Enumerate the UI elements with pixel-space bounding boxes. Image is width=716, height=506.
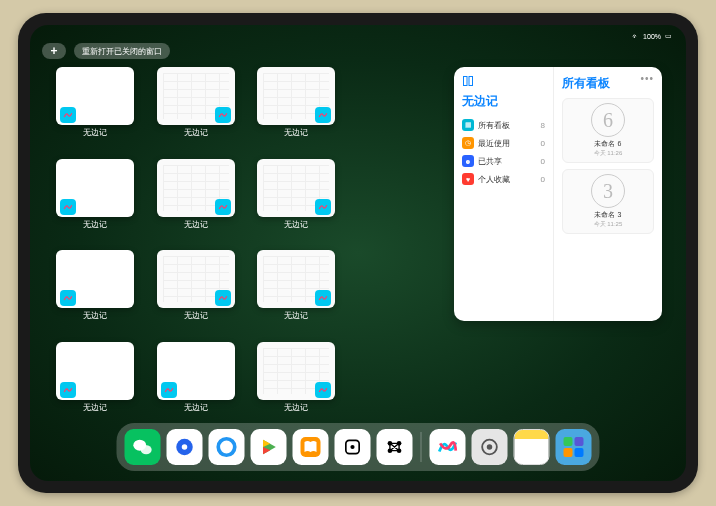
new-window-button[interactable]: + (42, 43, 66, 59)
freeform-app-icon (60, 382, 76, 398)
svg-point-15 (487, 444, 493, 450)
svg-rect-18 (564, 448, 573, 457)
thumbnail-preview (257, 250, 335, 308)
heart-icon: ♥ (462, 173, 474, 185)
freeform-app-icon (315, 290, 331, 306)
sidebar-item-count: 0 (540, 139, 544, 148)
reopen-closed-window-button[interactable]: 重新打开已关闭的窗口 (74, 43, 170, 59)
dock-app-hex[interactable] (377, 429, 413, 465)
window-thumbnail[interactable]: 无边记 (255, 159, 338, 239)
people-icon: ☻ (462, 155, 474, 167)
sidebar-item-grid[interactable]: ▦所有看板8 (462, 116, 545, 134)
thumbnail-preview (157, 159, 235, 217)
window-thumbnail[interactable]: 无边记 (155, 67, 238, 147)
sidebar-item-count: 0 (540, 157, 544, 166)
dock-app-notes[interactable] (514, 429, 550, 465)
freeform-app-icon (215, 107, 231, 123)
thumbnail-preview (56, 159, 134, 217)
dock-app-dice[interactable] (335, 429, 371, 465)
battery-icon: ▭ (665, 32, 672, 40)
sidebar-icon (462, 75, 474, 87)
sidebar-item-label: 个人收藏 (478, 174, 510, 185)
dock-app-settings[interactable] (472, 429, 508, 465)
board-name: 未命名 3 (594, 210, 621, 220)
board-card[interactable]: 6未命名 6今天 11:26 (562, 98, 654, 163)
dock-app-freeform[interactable] (430, 429, 466, 465)
dock-app-wechat[interactable] (125, 429, 161, 465)
dock-separator (421, 432, 422, 462)
thumbnail-label: 无边记 (284, 402, 308, 413)
clock-icon: ◷ (462, 137, 474, 149)
freeform-app-icon (60, 290, 76, 306)
freeform-app-icon (315, 199, 331, 215)
window-thumbnail[interactable]: 无边记 (54, 342, 137, 422)
dock-app-qblue[interactable] (167, 429, 203, 465)
sidebar-item-people[interactable]: ☻已共享0 (462, 152, 545, 170)
freeform-app-icon (60, 199, 76, 215)
freeform-app-icon (215, 290, 231, 306)
window-thumbnail[interactable]: 无边记 (255, 342, 338, 422)
board-time: 今天 11:26 (594, 149, 623, 158)
dock-app-books[interactable] (293, 429, 329, 465)
grid-icon: ▦ (462, 119, 474, 131)
sidebar-item-heart[interactable]: ♥个人收藏0 (462, 170, 545, 188)
status-bar: ᯤ 100% ▭ (30, 29, 686, 43)
freeform-app-icon (161, 382, 177, 398)
thumbnail-preview (157, 67, 235, 125)
board-name: 未命名 6 (594, 139, 621, 149)
svg-rect-19 (575, 448, 584, 457)
dock-app-play[interactable] (251, 429, 287, 465)
window-thumbnail[interactable]: 无边记 (255, 250, 338, 330)
thumbnail-preview (157, 342, 235, 400)
thumbnail-preview (257, 342, 335, 400)
freeform-app-icon (215, 199, 231, 215)
board-thumbnail: 6 (591, 103, 625, 137)
thumbnail-label: 无边记 (83, 402, 107, 413)
window-thumbnail[interactable]: 无边记 (155, 250, 238, 330)
dock-app-folder[interactable] (556, 429, 592, 465)
board-card[interactable]: 3未命名 3今天 11:25 (562, 169, 654, 234)
status-right: ᯤ 100% ▭ (632, 32, 672, 40)
dock-app-qcircle[interactable] (209, 429, 245, 465)
svg-point-6 (218, 439, 235, 456)
window-thumbnail[interactable]: 无边记 (155, 342, 238, 422)
main-area: 无边记无边记无边记无边记无边记无边记无边记无边记无边记无边记无边记无边记 •••… (54, 67, 662, 421)
thumbnail-label: 无边记 (184, 219, 208, 230)
window-thumbnail[interactable]: 无边记 (255, 67, 338, 147)
dock (117, 423, 600, 471)
freeform-app-icon (60, 107, 76, 123)
thumbnail-preview (157, 250, 235, 308)
window-thumbnail[interactable]: 无边记 (155, 159, 238, 239)
window-thumbnail-grid: 无边记无边记无边记无边记无边记无边记无边记无边记无边记无边记无边记无边记 (54, 67, 438, 421)
sidebar-item-label: 最近使用 (478, 138, 510, 149)
thumbnail-preview (257, 67, 335, 125)
panel-sidebar: 无边记 ▦所有看板8◷最近使用0☻已共享0♥个人收藏0 (454, 67, 554, 321)
freeform-app-panel[interactable]: ••• 无边记 ▦所有看板8◷最近使用0☻已共享0♥个人收藏0 所有看板 6未命… (454, 67, 662, 321)
panel-content: 所有看板 6未命名 6今天 11:263未命名 3今天 11:25 (554, 67, 662, 321)
thumbnail-preview (56, 250, 134, 308)
thumbnail-label: 无边记 (184, 310, 208, 321)
sidebar-item-count: 0 (540, 175, 544, 184)
svg-rect-1 (469, 77, 473, 86)
more-icon[interactable]: ••• (640, 73, 654, 84)
thumbnail-label: 无边记 (83, 219, 107, 230)
thumbnail-label: 无边记 (284, 310, 308, 321)
svg-rect-0 (464, 77, 468, 86)
thumbnail-label: 无边记 (184, 402, 208, 413)
board-thumbnail: 3 (591, 174, 625, 208)
thumbnail-label: 无边记 (184, 127, 208, 138)
sidebar-item-label: 所有看板 (478, 120, 510, 131)
freeform-app-icon (315, 382, 331, 398)
window-thumbnail[interactable]: 无边记 (54, 250, 137, 330)
svg-rect-17 (575, 437, 584, 446)
ipad-frame: ᯤ 100% ▭ + 重新打开已关闭的窗口 无边记无边记无边记无边记无边记无边记… (18, 13, 698, 493)
top-controls: + 重新打开已关闭的窗口 (42, 43, 170, 59)
thumbnail-preview (56, 342, 134, 400)
svg-point-5 (182, 444, 188, 450)
window-thumbnail[interactable]: 无边记 (54, 67, 137, 147)
wifi-icon: ᯤ (632, 33, 639, 40)
window-thumbnail[interactable]: 无边记 (54, 159, 137, 239)
sidebar-item-count: 8 (540, 121, 544, 130)
svg-point-3 (141, 445, 152, 454)
sidebar-item-clock[interactable]: ◷最近使用0 (462, 134, 545, 152)
